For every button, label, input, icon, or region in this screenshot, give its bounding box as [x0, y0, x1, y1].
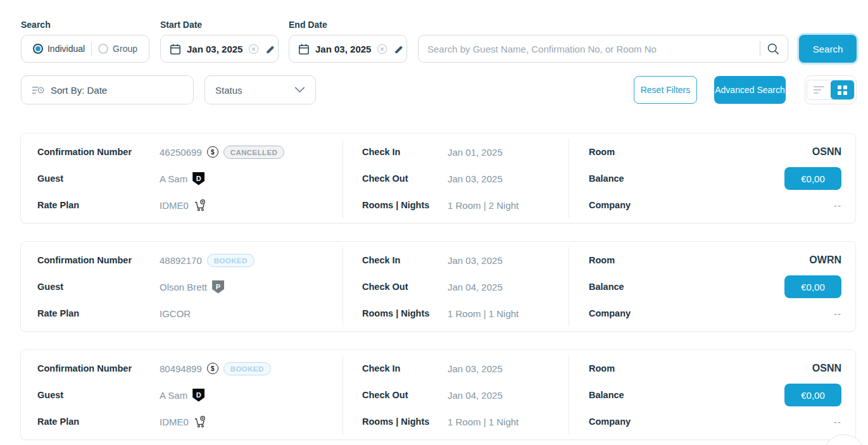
radio-selected-icon [33, 44, 43, 54]
sort-by-value: Sort By: Date [51, 85, 107, 96]
balance-amount-button[interactable]: €0,00 [784, 167, 841, 190]
check-in-label: Check In [362, 363, 448, 373]
radio-individual[interactable]: Individual [33, 44, 85, 54]
check-in-value: Jan 01, 2025 [448, 147, 569, 158]
rate-plan-label: Rate Plan [37, 200, 160, 210]
calendar-icon [170, 43, 181, 55]
confirmation-label: Confirmation Number [37, 363, 160, 373]
balance-amount-button[interactable]: €0,00 [784, 384, 841, 406]
grid-view-button[interactable] [831, 80, 854, 99]
company-value: -- [784, 417, 841, 427]
advanced-search-button[interactable]: Advanced Search [714, 76, 786, 104]
start-date-value: Jan 03, 2025 [187, 44, 242, 54]
status-badge: BOOKED [223, 362, 271, 375]
guest-label: Guest [37, 173, 160, 184]
end-date-value: Jan 03, 2025 [315, 44, 371, 54]
reservation-card[interactable]: Confirmation Number 48892170 BOOKED Gues… [20, 241, 856, 332]
search-type-group: Individual Group [21, 35, 149, 63]
start-date-picker[interactable]: Jan 03, 2025 [160, 35, 279, 63]
rate-plan-label: Rate Plan [37, 417, 160, 427]
guest-label: Guest [37, 390, 160, 400]
check-in-value: Jan 03, 2025 [448, 255, 569, 266]
edit-date-icon[interactable] [393, 44, 404, 54]
payment-dollar-icon: $ [207, 363, 218, 374]
status-dropdown-label: Status [215, 85, 242, 96]
list-view-icon [814, 86, 824, 94]
radio-group-label: Group [113, 44, 137, 54]
search-input[interactable] [427, 44, 753, 54]
rate-shopping-cart-icon[interactable] [194, 415, 207, 429]
confirmation-number[interactable]: 80494899 [160, 363, 202, 374]
view-toggle [805, 75, 857, 104]
company-value: -- [784, 200, 841, 211]
reservation-card[interactable]: Confirmation Number 80494899 $ BOOKED Gu… [20, 349, 856, 440]
payment-dollar-icon: $ [207, 146, 218, 158]
confirmation-number[interactable]: 48892170 [160, 255, 202, 266]
guest-label: Guest [37, 282, 160, 292]
rate-shopping-cart-icon[interactable] [194, 199, 207, 212]
check-out-label: Check Out [362, 390, 448, 400]
check-out-value: Jan 03, 2025 [448, 173, 569, 184]
rooms-nights-label: Rooms | Nights [362, 417, 448, 427]
guest-name[interactable]: A Sam [160, 173, 187, 184]
clear-date-icon[interactable] [248, 44, 259, 54]
radio-individual-label: Individual [47, 44, 85, 54]
room-value: OSNN [784, 146, 841, 158]
guest-search-field [418, 35, 788, 63]
rooms-nights-value: 1 Room | 2 Night [448, 200, 569, 211]
guest-shield-badge-icon: D [192, 389, 204, 402]
end-date-picker[interactable]: Jan 03, 2025 [289, 35, 407, 63]
confirmation-label: Confirmation Number [37, 147, 160, 157]
room-label: Room [589, 255, 784, 265]
search-icon[interactable] [767, 42, 780, 56]
sort-by-control[interactable]: Sort By: Date [21, 75, 194, 104]
balance-label: Balance [589, 173, 784, 184]
search-section-label: Search [21, 20, 51, 30]
room-value: OWRN [784, 254, 841, 266]
calendar-icon [298, 43, 310, 55]
balance-amount-button[interactable]: €0,00 [784, 275, 841, 298]
search-button[interactable]: Search [799, 35, 857, 63]
check-in-value: Jan 03, 2025 [448, 363, 569, 374]
room-value: OSNN [784, 363, 841, 374]
room-label: Room [589, 363, 784, 373]
input-divider [760, 41, 760, 56]
rooms-nights-label: Rooms | Nights [362, 200, 448, 210]
start-date-label: Start Date [160, 20, 202, 30]
status-dropdown[interactable]: Status [204, 75, 316, 104]
rate-plan-value[interactable]: IDME0 [160, 200, 189, 211]
rate-plan-value[interactable]: IGCOR [160, 308, 191, 319]
company-label: Company [589, 308, 784, 318]
clear-date-icon[interactable] [377, 44, 387, 54]
rooms-nights-value: 1 Room | 1 Night [448, 308, 569, 319]
company-label: Company [589, 417, 784, 427]
reset-filters-button[interactable]: Reset Filters [634, 76, 697, 104]
check-out-value: Jan 04, 2025 [448, 282, 569, 292]
guest-shield-badge-icon: D [192, 172, 204, 185]
radio-unselected-icon [98, 44, 108, 54]
check-out-label: Check Out [362, 173, 448, 184]
check-in-label: Check In [362, 255, 448, 265]
guest-name[interactable]: Olson Brett [160, 282, 207, 292]
list-view-button[interactable] [807, 80, 831, 99]
sort-icon [32, 85, 44, 95]
grid-view-icon [838, 85, 847, 95]
company-label: Company [589, 200, 784, 210]
check-out-value: Jan 04, 2025 [448, 390, 569, 401]
guest-name[interactable]: A Sam [160, 390, 187, 401]
guest-shield-badge-icon: P [212, 280, 224, 294]
status-badge: BOOKED [207, 254, 255, 267]
check-in-label: Check In [362, 147, 448, 157]
rooms-nights-label: Rooms | Nights [362, 308, 448, 318]
check-out-label: Check Out [362, 282, 448, 292]
end-date-label: End Date [289, 20, 327, 30]
balance-label: Balance [589, 282, 784, 292]
confirmation-label: Confirmation Number [37, 255, 160, 265]
rate-plan-value[interactable]: IDME0 [160, 417, 189, 427]
reservation-card[interactable]: Confirmation Number 46250699 $ CANCELLED… [20, 133, 856, 223]
rooms-nights-value: 1 Room | 1 Night [448, 417, 569, 427]
radio-group[interactable]: Group [98, 44, 137, 54]
confirmation-number[interactable]: 46250699 [160, 147, 202, 158]
balance-label: Balance [589, 390, 784, 400]
edit-date-icon[interactable] [265, 44, 275, 54]
